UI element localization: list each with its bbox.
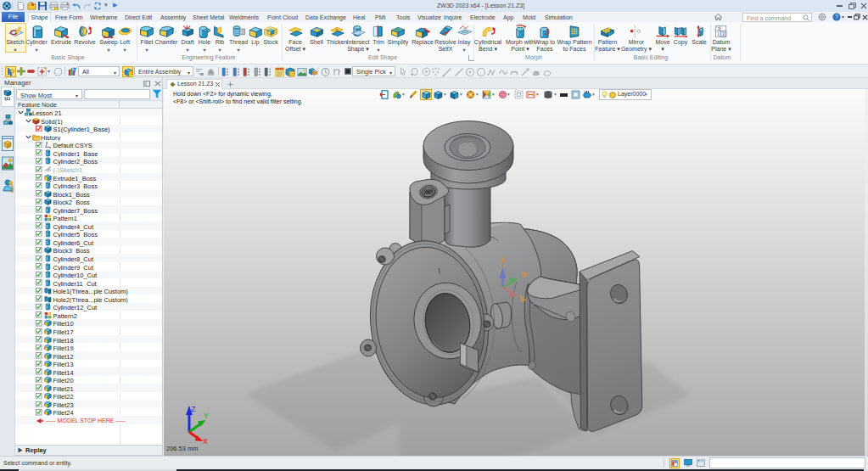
svg-text:X: X: [203, 437, 208, 444]
svg-text:Z: Z: [191, 405, 196, 413]
svg-text:Y: Y: [204, 412, 209, 420]
